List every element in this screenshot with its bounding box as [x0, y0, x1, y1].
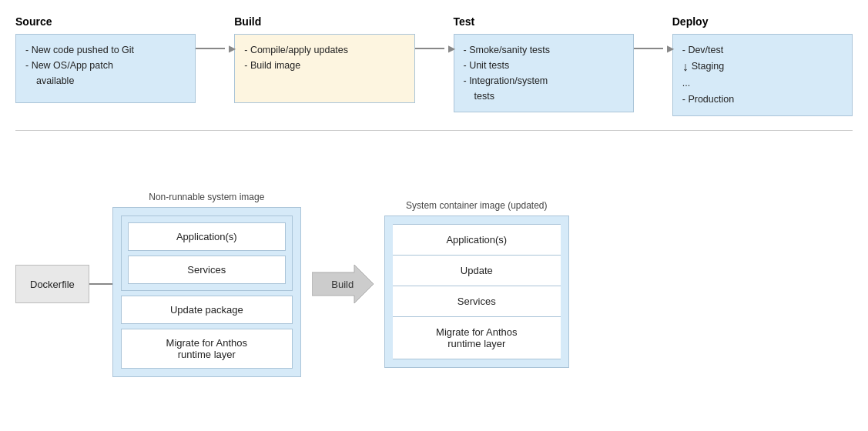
- source-stage: Source - New code pushed to Git - New OS…: [15, 15, 196, 103]
- applications-box-left: Application(s): [128, 222, 286, 251]
- build-label: Build: [234, 15, 261, 28]
- migrate-anthos-label-right: Migrate for Anthos: [436, 326, 518, 338]
- deploy-line2: ↓ Staging: [682, 58, 843, 75]
- deploy-label: Deploy: [672, 15, 709, 28]
- update-package-label: Update package: [170, 304, 243, 316]
- source-line2: - New OS/App patch: [25, 58, 186, 73]
- migrate-anthos-label-left2: runtime layer: [178, 349, 236, 360]
- services-box-right: Services: [393, 286, 561, 317]
- build-box: - Compile/apply updates - Build image: [234, 34, 414, 103]
- source-line1: - New code pushed to Git: [25, 42, 186, 58]
- test-line4: tests: [464, 89, 624, 104]
- test-box: - Smoke/sanity tests - Unit tests - Inte…: [454, 34, 634, 112]
- arrow-source-build: [196, 48, 234, 49]
- update-box-right: Update: [393, 256, 561, 286]
- build-arrow-wrapper: Build: [301, 265, 384, 303]
- services-box-left: Services: [128, 256, 286, 284]
- deploy-line4: - Production: [682, 92, 843, 108]
- deploy-line1: - Dev/test: [682, 42, 843, 58]
- build-stage: Build - Compile/apply updates - Build im…: [234, 15, 414, 103]
- dockerfile-box: Dockerfile: [15, 265, 89, 303]
- diagram-wrapper: Source - New code pushed to Git - New OS…: [0, 0, 868, 431]
- source-line3: available: [25, 73, 186, 89]
- arrow-test-deploy: [634, 48, 672, 49]
- apps-services-group: Application(s) Services: [121, 216, 293, 291]
- system-container-outer: Application(s) Update Services Migrate f…: [384, 216, 569, 368]
- system-container-wrapper: System container image (updated) Applica…: [384, 200, 569, 368]
- deploy-line3: ...: [682, 75, 843, 92]
- build-line2: - Build image: [244, 58, 404, 73]
- non-runnable-outer: Application(s) Services Update package M…: [112, 207, 301, 377]
- system-container-label: System container image (updated): [406, 200, 547, 211]
- pipeline-section: Source - New code pushed to Git - New OS…: [15, 15, 853, 131]
- line-dockerfile-nonrunnable: [89, 283, 112, 285]
- update-package-box: Update package: [121, 296, 293, 324]
- migrate-anthos-label-left: Migrate for Anthos: [166, 337, 248, 349]
- bottom-section: Dockerfile Non-runnable system image App…: [15, 145, 853, 423]
- dockerfile-label: Dockerfile: [30, 279, 75, 290]
- arrow-build-test: [415, 48, 454, 49]
- deploy-stage: Deploy - Dev/test ↓ Staging ... - Produc…: [672, 15, 853, 116]
- migrate-anthos-box-left: Migrate for Anthos runtime layer: [121, 329, 293, 369]
- test-line1: - Smoke/sanity tests: [464, 42, 624, 58]
- applications-box-right: Application(s): [393, 224, 561, 256]
- build-arrow: Build: [312, 265, 374, 303]
- build-arrow-label: Build: [331, 279, 354, 290]
- services-label-left: Services: [187, 264, 226, 276]
- test-stage: Test - Smoke/sanity tests - Unit tests -…: [454, 15, 634, 112]
- migrate-anthos-label-right2: runtime layer: [447, 338, 505, 349]
- test-label: Test: [454, 15, 475, 28]
- applications-label-right: Application(s): [446, 234, 507, 246]
- test-line3: - Integration/system: [464, 73, 624, 89]
- services-label-right: Services: [457, 296, 496, 307]
- test-line2: - Unit tests: [464, 58, 624, 73]
- deploy-box: - Dev/test ↓ Staging ... - Production: [672, 34, 853, 116]
- non-runnable-wrapper: Non-runnable system image Application(s)…: [112, 192, 301, 377]
- update-label-right: Update: [461, 265, 493, 276]
- migrate-anthos-box-right: Migrate for Anthos runtime layer: [393, 317, 561, 359]
- non-runnable-label: Non-runnable system image: [149, 192, 264, 202]
- source-box: - New code pushed to Git - New OS/App pa…: [15, 34, 196, 103]
- source-label: Source: [15, 15, 52, 28]
- applications-label-left: Application(s): [176, 231, 237, 242]
- build-line1: - Compile/apply updates: [244, 42, 404, 58]
